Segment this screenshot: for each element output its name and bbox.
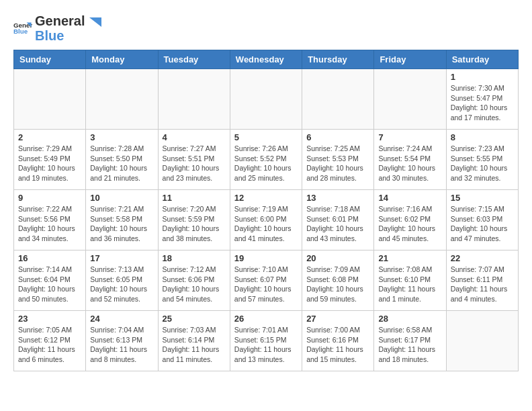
- logo-arrow-icon: [89, 17, 101, 27]
- calendar-header-row: SundayMondayTuesdayWednesdayThursdayFrid…: [14, 50, 519, 69]
- calendar-day-cell: 5Sunrise: 7:26 AM Sunset: 5:52 PM Daylig…: [230, 130, 302, 190]
- calendar-day-cell: 11Sunrise: 7:20 AM Sunset: 5:59 PM Dayli…: [158, 190, 230, 250]
- calendar-day-cell: [374, 69, 446, 130]
- logo-icon: General Blue: [13, 19, 32, 38]
- day-number: 12: [234, 193, 298, 203]
- day-number: 19: [234, 253, 298, 263]
- calendar-day-cell: [14, 69, 86, 130]
- calendar-week-row: 2Sunrise: 7:29 AM Sunset: 5:49 PM Daylig…: [14, 130, 519, 190]
- day-detail: Sunrise: 7:09 AM Sunset: 6:08 PM Dayligh…: [306, 265, 369, 304]
- day-detail: Sunrise: 7:16 AM Sunset: 6:02 PM Dayligh…: [378, 204, 441, 244]
- calendar-day-cell: 18Sunrise: 7:12 AM Sunset: 6:06 PM Dayli…: [158, 250, 230, 311]
- calendar-week-row: 1Sunrise: 7:30 AM Sunset: 5:47 PM Daylig…: [14, 69, 519, 130]
- day-detail: Sunrise: 7:24 AM Sunset: 5:54 PM Dayligh…: [378, 144, 441, 183]
- calendar-day-cell: 16Sunrise: 7:14 AM Sunset: 6:04 PM Dayli…: [14, 250, 86, 311]
- day-detail: Sunrise: 7:08 AM Sunset: 6:10 PM Dayligh…: [378, 265, 441, 304]
- day-detail: Sunrise: 7:27 AM Sunset: 5:51 PM Dayligh…: [163, 144, 226, 183]
- day-detail: Sunrise: 7:12 AM Sunset: 6:06 PM Dayligh…: [163, 265, 226, 304]
- day-number: 13: [306, 193, 369, 203]
- day-number: 5: [234, 132, 298, 142]
- day-number: 17: [90, 253, 153, 263]
- calendar-table: SundayMondayTuesdayWednesdayThursdayFrid…: [13, 50, 519, 371]
- day-number: 20: [306, 253, 369, 263]
- day-detail: Sunrise: 7:00 AM Sunset: 6:16 PM Dayligh…: [306, 325, 369, 365]
- day-detail: Sunrise: 7:14 AM Sunset: 6:04 PM Dayligh…: [18, 265, 81, 304]
- day-detail: Sunrise: 7:22 AM Sunset: 5:56 PM Dayligh…: [18, 204, 81, 244]
- day-detail: Sunrise: 7:29 AM Sunset: 5:49 PM Dayligh…: [18, 144, 81, 183]
- day-detail: Sunrise: 7:07 AM Sunset: 6:11 PM Dayligh…: [451, 265, 514, 304]
- day-number: 15: [451, 193, 514, 203]
- day-number: 24: [90, 314, 153, 324]
- day-detail: Sunrise: 7:20 AM Sunset: 5:59 PM Dayligh…: [163, 204, 226, 244]
- day-number: 28: [378, 314, 441, 324]
- calendar-day-cell: [230, 69, 302, 130]
- calendar-day-cell: 3Sunrise: 7:28 AM Sunset: 5:50 PM Daylig…: [86, 130, 158, 190]
- day-number: 14: [378, 193, 441, 203]
- logo-blue: Blue: [35, 28, 102, 43]
- day-number: 1: [451, 72, 514, 82]
- calendar-week-row: 16Sunrise: 7:14 AM Sunset: 6:04 PM Dayli…: [14, 250, 519, 311]
- calendar-day-cell: 27Sunrise: 7:00 AM Sunset: 6:16 PM Dayli…: [302, 311, 374, 371]
- day-detail: Sunrise: 7:10 AM Sunset: 6:07 PM Dayligh…: [234, 265, 298, 304]
- day-detail: Sunrise: 7:25 AM Sunset: 5:53 PM Dayligh…: [306, 144, 369, 183]
- calendar-day-cell: 21Sunrise: 7:08 AM Sunset: 6:10 PM Dayli…: [374, 250, 446, 311]
- calendar-day-header: Tuesday: [158, 50, 230, 69]
- day-number: 21: [378, 253, 441, 263]
- calendar-day-cell: 6Sunrise: 7:25 AM Sunset: 5:53 PM Daylig…: [302, 130, 374, 190]
- day-detail: Sunrise: 7:13 AM Sunset: 6:05 PM Dayligh…: [90, 265, 153, 304]
- day-number: 4: [163, 132, 226, 142]
- day-number: 7: [378, 132, 441, 142]
- day-detail: Sunrise: 7:23 AM Sunset: 5:55 PM Dayligh…: [451, 144, 514, 183]
- day-number: 2: [18, 132, 81, 142]
- calendar-day-cell: 14Sunrise: 7:16 AM Sunset: 6:02 PM Dayli…: [374, 190, 446, 250]
- calendar-day-cell: 15Sunrise: 7:15 AM Sunset: 6:03 PM Dayli…: [446, 190, 518, 250]
- calendar-day-header: Friday: [374, 50, 446, 69]
- calendar-day-header: Saturday: [446, 50, 518, 69]
- calendar-day-cell: 25Sunrise: 7:03 AM Sunset: 6:14 PM Dayli…: [158, 311, 230, 371]
- logo-general: General: [35, 13, 85, 28]
- calendar-day-cell: 22Sunrise: 7:07 AM Sunset: 6:11 PM Dayli…: [446, 250, 518, 311]
- day-detail: Sunrise: 7:19 AM Sunset: 6:00 PM Dayligh…: [234, 204, 298, 244]
- calendar-day-cell: [302, 69, 374, 130]
- day-detail: Sunrise: 7:26 AM Sunset: 5:52 PM Dayligh…: [234, 144, 298, 183]
- day-number: 11: [163, 193, 226, 203]
- day-detail: Sunrise: 7:18 AM Sunset: 6:01 PM Dayligh…: [306, 204, 369, 244]
- calendar-day-cell: 20Sunrise: 7:09 AM Sunset: 6:08 PM Dayli…: [302, 250, 374, 311]
- calendar-day-cell: 19Sunrise: 7:10 AM Sunset: 6:07 PM Dayli…: [230, 250, 302, 311]
- calendar-day-cell: 28Sunrise: 6:58 AM Sunset: 6:17 PM Dayli…: [374, 311, 446, 371]
- calendar-day-cell: 12Sunrise: 7:19 AM Sunset: 6:00 PM Dayli…: [230, 190, 302, 250]
- calendar-day-header: Sunday: [14, 50, 86, 69]
- page-header: General Blue General Blue: [13, 13, 519, 43]
- day-detail: Sunrise: 7:03 AM Sunset: 6:14 PM Dayligh…: [163, 325, 226, 365]
- calendar-day-header: Monday: [86, 50, 158, 69]
- day-detail: Sunrise: 7:15 AM Sunset: 6:03 PM Dayligh…: [451, 204, 514, 244]
- calendar-day-cell: [446, 311, 518, 371]
- calendar-day-cell: 17Sunrise: 7:13 AM Sunset: 6:05 PM Dayli…: [86, 250, 158, 311]
- calendar-day-cell: 1Sunrise: 7:30 AM Sunset: 5:47 PM Daylig…: [446, 69, 518, 130]
- day-detail: Sunrise: 7:04 AM Sunset: 6:13 PM Dayligh…: [90, 325, 153, 365]
- calendar-day-cell: 26Sunrise: 7:01 AM Sunset: 6:15 PM Dayli…: [230, 311, 302, 371]
- calendar-day-header: Wednesday: [230, 50, 302, 69]
- day-number: 9: [18, 193, 81, 203]
- day-number: 3: [90, 132, 153, 142]
- calendar-day-cell: [86, 69, 158, 130]
- calendar-day-header: Thursday: [302, 50, 374, 69]
- calendar-week-row: 23Sunrise: 7:05 AM Sunset: 6:12 PM Dayli…: [14, 311, 519, 371]
- calendar-day-cell: [158, 69, 230, 130]
- day-number: 25: [163, 314, 226, 324]
- day-detail: Sunrise: 7:30 AM Sunset: 5:47 PM Dayligh…: [451, 83, 514, 123]
- day-number: 8: [451, 132, 514, 142]
- day-number: 26: [234, 314, 298, 324]
- day-detail: Sunrise: 6:58 AM Sunset: 6:17 PM Dayligh…: [378, 325, 441, 365]
- calendar-day-cell: 9Sunrise: 7:22 AM Sunset: 5:56 PM Daylig…: [14, 190, 86, 250]
- logo: General Blue General Blue: [13, 13, 102, 43]
- calendar-day-cell: 8Sunrise: 7:23 AM Sunset: 5:55 PM Daylig…: [446, 130, 518, 190]
- day-number: 27: [306, 314, 369, 324]
- svg-text:Blue: Blue: [13, 28, 28, 35]
- day-detail: Sunrise: 7:01 AM Sunset: 6:15 PM Dayligh…: [234, 325, 298, 365]
- calendar-week-row: 9Sunrise: 7:22 AM Sunset: 5:56 PM Daylig…: [14, 190, 519, 250]
- day-detail: Sunrise: 7:21 AM Sunset: 5:58 PM Dayligh…: [90, 204, 153, 244]
- day-number: 16: [18, 253, 81, 263]
- svg-marker-3: [89, 17, 101, 27]
- calendar-day-cell: 13Sunrise: 7:18 AM Sunset: 6:01 PM Dayli…: [302, 190, 374, 250]
